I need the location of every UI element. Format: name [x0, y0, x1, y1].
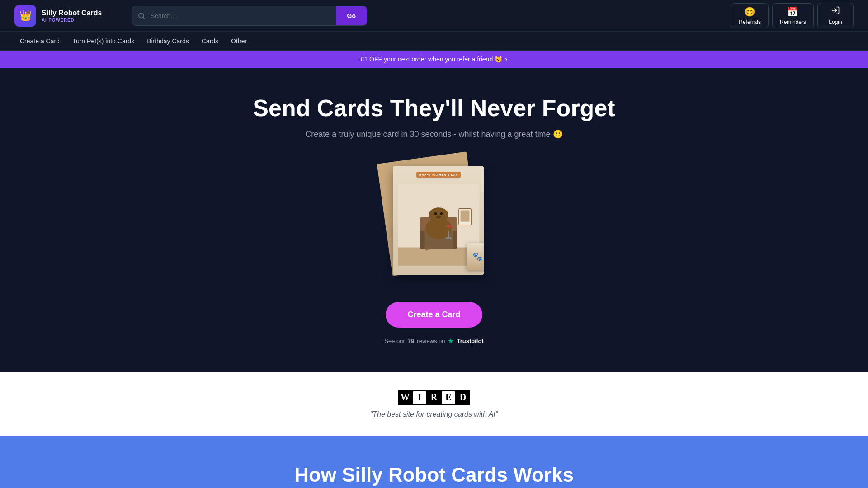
trustpilot-row: See our 79 reviews on ★ Trustpilot	[14, 337, 854, 345]
wired-r: R	[427, 390, 441, 405]
how-title: How Silly Robot Cards Works	[14, 464, 854, 486]
svg-point-11	[434, 212, 437, 215]
press-section: W I R E D "The best site for creating ca…	[0, 372, 868, 436]
card-small-image: 🐾	[467, 243, 484, 270]
login-label: Login	[829, 19, 842, 25]
reminders-icon: 📅	[787, 6, 798, 17]
svg-point-19	[425, 248, 427, 250]
promo-banner[interactable]: £1 OFF your next order when you refer a …	[0, 51, 868, 68]
svg-point-10	[429, 207, 448, 222]
card-showcase: HAPPY FATHER'S DAY	[375, 157, 493, 284]
wired-d: D	[456, 390, 470, 405]
trustpilot-count: 79	[408, 338, 414, 344]
hero-subtitle: Create a truly unique card in 30 seconds…	[14, 129, 854, 139]
login-icon	[831, 6, 840, 17]
how-section: How Silly Robot Cards Works	[0, 436, 868, 488]
trustpilot-star: ★	[448, 337, 454, 345]
logo-subtitle: AI POWERED	[42, 18, 102, 23]
card-small: 🐾	[467, 243, 484, 270]
wired-i: I	[412, 390, 427, 405]
svg-line-1	[143, 17, 144, 19]
wired-w: W	[398, 390, 412, 405]
promo-text: £1 OFF your next order when you refer a …	[361, 56, 502, 63]
search-input[interactable]	[151, 8, 336, 24]
main-nav: Create a Card Turn Pet(s) into Cards Bir…	[0, 32, 868, 51]
svg-point-12	[440, 212, 443, 215]
trustpilot-prefix: See our	[384, 338, 405, 344]
svg-rect-17	[461, 210, 470, 221]
nav-birthday[interactable]: Birthday Cards	[142, 35, 194, 47]
wired-logo: W I R E D	[398, 390, 470, 405]
card-image: HAPPY FATHER'S DAY	[393, 166, 484, 275]
logo-title: Silly Robot Cards	[42, 9, 102, 17]
svg-point-13	[436, 215, 441, 218]
cta-section: Create a Card See our 79 reviews on ★ Tr…	[14, 302, 854, 354]
go-button[interactable]: Go	[336, 6, 367, 25]
wired-e: E	[441, 390, 456, 405]
nav-create[interactable]: Create a Card	[14, 35, 65, 47]
card-front: HAPPY FATHER'S DAY	[393, 166, 484, 275]
trustpilot-brand: Trustpilot	[457, 338, 483, 344]
header-right: 😊 Referrals 📅 Reminders Login	[731, 3, 854, 28]
create-card-button[interactable]: Create a Card	[386, 302, 482, 328]
reminders-button[interactable]: 📅 Reminders	[772, 3, 814, 28]
login-button[interactable]: Login	[817, 3, 854, 28]
wired-quote: "The best site for creating cards with A…	[14, 410, 854, 418]
logo-text: Silly Robot Cards AI POWERED	[42, 9, 102, 22]
hero-title: Send Cards They'll Never Forget	[14, 95, 854, 122]
svg-point-15	[445, 237, 452, 239]
nav-pets[interactable]: Turn Pet(s) into Cards	[67, 35, 140, 47]
promo-arrow: ›	[505, 55, 507, 63]
nav-cards[interactable]: Cards	[196, 35, 224, 47]
header: 👑 Silly Robot Cards AI POWERED Go 😊 Refe…	[0, 0, 868, 32]
search-bar: Go	[132, 6, 367, 26]
trustpilot-middle: reviews on	[417, 338, 445, 344]
nav-other[interactable]: Other	[226, 35, 252, 47]
reminders-label: Reminders	[780, 19, 806, 25]
card-banner: HAPPY FATHER'S DAY	[416, 172, 461, 178]
search-icon	[132, 12, 151, 19]
hero-section: Send Cards They'll Never Forget Create a…	[0, 68, 868, 372]
logo-icon: 👑	[14, 5, 36, 27]
referrals-icon: 😊	[744, 6, 755, 17]
logo-link[interactable]: 👑 Silly Robot Cards AI POWERED	[14, 5, 114, 27]
referrals-label: Referrals	[739, 19, 761, 25]
banner-label: HAPPY FATHER'S DAY	[416, 172, 461, 178]
referrals-button[interactable]: 😊 Referrals	[731, 3, 769, 28]
